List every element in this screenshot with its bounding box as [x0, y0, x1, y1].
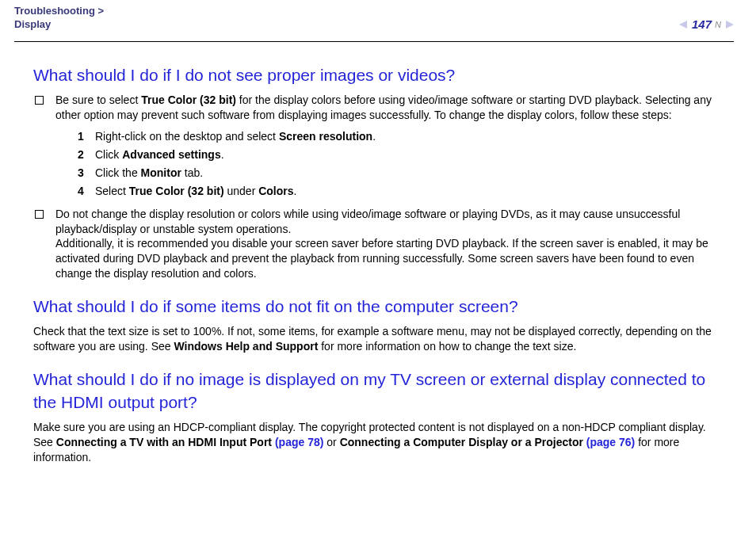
prev-page-icon[interactable]: [679, 21, 687, 29]
text: Click the: [95, 166, 141, 179]
link-text-bold: Connecting a TV with an HDMI Input Port: [56, 436, 275, 448]
page-link-76[interactable]: (page 76): [586, 436, 635, 448]
page-number-nav: 147 N: [679, 17, 734, 31]
breadcrumb-separator: >: [95, 5, 104, 17]
text-bold: Windows Help and Support: [174, 340, 318, 353]
text: Click: [95, 148, 122, 161]
q1-step-3: Click the Monitor tab.: [78, 166, 723, 181]
q1-step-2: Click Advanced settings.: [78, 147, 723, 162]
text-bold: Screen resolution: [279, 130, 372, 143]
content: What should I do if I do not see proper …: [0, 42, 756, 465]
breadcrumb-page: Display: [14, 18, 51, 30]
q2-body: Check that the text size is set to 100%.…: [33, 324, 723, 354]
q1-bullet-2: Do not change the display resolution or …: [33, 207, 723, 281]
text: tab.: [181, 166, 203, 179]
page-link-78[interactable]: (page 78): [275, 436, 323, 448]
q1-bullet-list: Be sure to select True Color (32 bit) fo…: [33, 93, 723, 281]
text: under: [224, 185, 259, 197]
text: Right-click on the desktop and select: [95, 130, 279, 143]
text: for more information on how to change th…: [318, 340, 576, 353]
page-number: 147: [692, 17, 712, 31]
header: Troubleshooting > Display 147 N: [0, 0, 756, 41]
next-page-icon[interactable]: [726, 21, 734, 29]
text-bold: Monitor: [141, 166, 181, 179]
q1-step-1: Right-click on the desktop and select Sc…: [78, 129, 723, 144]
text: Additionally, it is recommended you disa…: [55, 237, 708, 280]
heading-q2: What should I do if some items do not fi…: [33, 296, 723, 318]
text-bold: True Color (32 bit): [141, 93, 236, 106]
text: .: [294, 185, 297, 197]
text-bold: Colors: [258, 185, 293, 197]
page: Troubleshooting > Display 147 N What sho…: [0, 0, 756, 534]
text: Do not change the display resolution or …: [55, 208, 680, 235]
text: .: [372, 130, 376, 143]
heading-q1: What should I do if I do not see proper …: [33, 64, 723, 86]
text: or: [323, 436, 339, 448]
text-bold: True Color (32 bit): [129, 185, 224, 197]
q3-body: Make sure you are using an HDCP-complian…: [33, 420, 723, 465]
q1-steps: Right-click on the desktop and select Sc…: [55, 129, 723, 199]
q1-bullet-1: Be sure to select True Color (32 bit) fo…: [33, 93, 723, 198]
link-text-bold: Connecting a Computer Display or a Proje…: [340, 436, 586, 448]
page-n-label: N: [715, 20, 721, 29]
heading-q3: What should I do if no image is displaye…: [33, 368, 723, 414]
text-bold: Advanced settings: [122, 148, 220, 161]
text: Select: [95, 185, 129, 197]
breadcrumb-section: Troubleshooting: [14, 5, 95, 17]
text: .: [221, 148, 224, 161]
q1-step-4: Select True Color (32 bit) under Colors.: [78, 184, 723, 199]
text: Be sure to select: [55, 93, 141, 106]
breadcrumb: Troubleshooting > Display: [14, 5, 723, 32]
